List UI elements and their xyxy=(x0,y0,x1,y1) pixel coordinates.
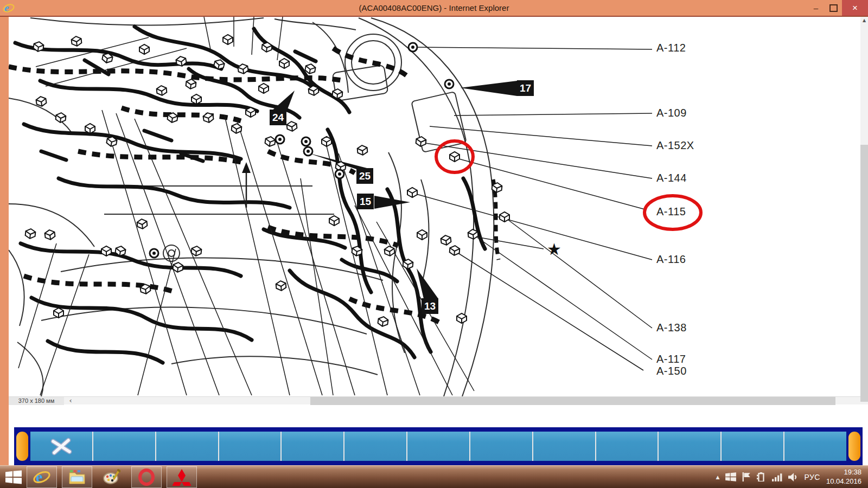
toolbar-tile-11[interactable] xyxy=(658,432,720,461)
label-a116: A-116 xyxy=(656,253,686,266)
scroll-up-arrow[interactable]: ▲ xyxy=(860,17,868,24)
toolbar-tile-7[interactable] xyxy=(406,432,469,461)
callout-25: 25 xyxy=(356,168,373,184)
title-bar: e (ACA00408AC00ENG) - Internet Explorer … xyxy=(0,0,868,17)
horizontal-scrollbar[interactable]: 370 x 180 мм ‹ xyxy=(9,396,860,404)
paint-palette-icon xyxy=(103,469,120,485)
maximize-button[interactable] xyxy=(825,0,842,16)
window-title: (ACA00408AC00ENG) - Internet Explorer xyxy=(0,3,868,12)
toolbar-tile-6[interactable] xyxy=(343,432,406,461)
leader-lines xyxy=(18,17,652,395)
viewer-toolbar xyxy=(14,427,863,465)
action-center-icon[interactable] xyxy=(725,472,736,481)
network-signal-icon[interactable] xyxy=(772,473,782,481)
callout-13: 13 xyxy=(422,298,438,314)
callout-15: 15 xyxy=(357,194,374,209)
system-tray: ▲ РУС 19:3 xyxy=(716,468,868,486)
engine-harness-art xyxy=(9,17,860,396)
label-a112: A-112 xyxy=(656,42,686,54)
toolbar-tile-3[interactable] xyxy=(155,432,218,461)
toolbar-right-grip[interactable] xyxy=(848,432,860,461)
mitsubishi-logo-icon xyxy=(173,468,191,486)
language-indicator[interactable]: РУС xyxy=(804,473,820,481)
star-marker: ★ xyxy=(547,241,561,258)
show-hidden-icons-arrow[interactable]: ▲ xyxy=(716,474,719,480)
taskbar-internet-explorer[interactable]: e xyxy=(27,466,57,488)
internet-explorer-icon: e xyxy=(33,468,51,486)
flag-icon[interactable] xyxy=(742,472,751,481)
toolbar-tile-4[interactable] xyxy=(218,432,281,461)
toolbar-tile-2[interactable] xyxy=(92,432,155,461)
desktop: e (ACA00408AC00ENG) - Internet Explorer … xyxy=(0,0,868,488)
label-a150: A-150 xyxy=(656,365,687,377)
toolbar-tile-5[interactable] xyxy=(280,432,343,461)
taskbar-mitsubishi-app[interactable] xyxy=(167,466,197,488)
crossed-tools-icon xyxy=(49,436,74,457)
minimize-button[interactable]: – xyxy=(807,0,825,16)
toolbar-tile-12[interactable] xyxy=(720,432,783,461)
label-a115-highlighted: A-115 xyxy=(656,206,686,218)
callout-17: 17 xyxy=(517,80,534,96)
label-a144: A-144 xyxy=(656,172,687,184)
battery-icon[interactable] xyxy=(757,472,766,481)
label-a152x: A-152X xyxy=(656,139,694,152)
toolbar-tile-9[interactable] xyxy=(532,432,595,461)
wiring-diagram: A-112 A-109 A-152X A-144 A-115 A-116 A-1… xyxy=(9,17,860,396)
toolbar-tile-13[interactable] xyxy=(783,432,846,461)
taskbar-paint[interactable] xyxy=(97,467,126,487)
window-left-border xyxy=(0,17,9,465)
page-size-label: 370 x 180 мм xyxy=(9,397,64,405)
close-button[interactable]: × xyxy=(842,0,868,16)
toolbar-tile-8[interactable] xyxy=(469,432,532,461)
tray-date: 10.04.2016 xyxy=(826,477,861,486)
callout-24: 24 xyxy=(270,110,286,125)
maximize-icon xyxy=(829,4,838,12)
scroll-left-arrow[interactable]: ‹ xyxy=(66,396,75,404)
tray-time: 19:38 xyxy=(826,468,861,477)
vertical-scroll-thumb[interactable] xyxy=(860,145,868,402)
toolbar-tiles xyxy=(30,432,846,461)
start-button windows-logo-icon[interactable] xyxy=(5,470,22,484)
clock[interactable]: 19:38 10.04.2016 xyxy=(826,468,861,486)
toolbar-tile-10[interactable] xyxy=(595,432,658,461)
toolbar-tile-1[interactable] xyxy=(30,432,92,461)
label-a138: A-138 xyxy=(656,322,687,334)
taskbar-file-explorer[interactable] xyxy=(62,466,92,488)
opera-icon xyxy=(138,468,155,486)
toolbar-left-grip[interactable] xyxy=(16,432,28,461)
horizontal-scroll-thumb[interactable] xyxy=(310,397,835,405)
vertical-scrollbar[interactable]: ▲ xyxy=(860,17,868,404)
label-a109: A-109 xyxy=(656,107,687,119)
label-a117: A-117 xyxy=(656,353,686,365)
taskbar: e xyxy=(0,465,868,488)
folder-icon xyxy=(68,470,86,485)
speaker-icon[interactable] xyxy=(788,473,798,481)
taskbar-opera[interactable] xyxy=(131,466,162,488)
